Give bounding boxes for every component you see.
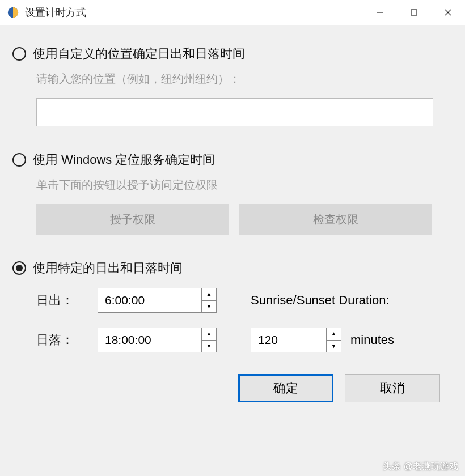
duration-unit: minutes xyxy=(350,333,394,347)
option-label: 使用 Windows 定位服务确定时间 xyxy=(33,151,215,168)
option-label: 使用自定义的位置确定日出和日落时间 xyxy=(33,45,245,62)
spinner-up-icon[interactable]: ▲ xyxy=(202,288,216,301)
titlebar: 设置计时方式 xyxy=(0,0,465,25)
sunset-spinner[interactable]: 18:00:00 ▲ ▼ xyxy=(98,328,217,352)
sunrise-label: 日出： xyxy=(36,292,98,309)
custom-location-block: 请输入您的位置（例如，纽约州纽约）： xyxy=(12,71,453,126)
spinner-down-icon[interactable]: ▼ xyxy=(202,341,216,352)
minimize-button[interactable] xyxy=(363,0,397,25)
fixed-time-block: 日出： 6:00:00 ▲ ▼ Sunrise/Sunset Duration:… xyxy=(12,288,453,352)
app-icon xyxy=(7,6,19,19)
duration-value[interactable]: 120 xyxy=(251,328,326,352)
spinner-up-icon[interactable]: ▲ xyxy=(327,328,341,341)
watermark: 头条 @老燕玩游戏 xyxy=(383,461,458,473)
duration-label: Sunrise/Sunset Duration: xyxy=(251,293,453,308)
dialog-content: 使用自定义的位置确定日出和日落时间 请输入您的位置（例如，纽约州纽约）： 使用 … xyxy=(0,25,465,414)
check-permission-button[interactable]: 检查权限 xyxy=(239,204,432,235)
close-button[interactable] xyxy=(431,0,465,25)
location-input[interactable] xyxy=(36,98,433,126)
spinner-down-icon[interactable]: ▼ xyxy=(327,341,341,352)
sunset-value[interactable]: 18:00:00 xyxy=(98,328,201,352)
svg-rect-2 xyxy=(411,10,417,15)
grant-permission-button[interactable]: 授予权限 xyxy=(36,204,229,235)
maximize-button[interactable] xyxy=(397,0,431,25)
windows-location-block: 单击下面的按钮以授予访问定位权限 授予权限 检查权限 xyxy=(12,177,453,235)
spinner-down-icon[interactable]: ▼ xyxy=(202,301,216,313)
cancel-button[interactable]: 取消 xyxy=(345,374,440,402)
permission-hint: 单击下面的按钮以授予访问定位权限 xyxy=(36,177,453,193)
option-fixed-time[interactable]: 使用特定的日出和日落时间 xyxy=(12,260,453,277)
duration-spinner[interactable]: 120 ▲ ▼ xyxy=(251,328,341,352)
dialog-footer: 确定 取消 xyxy=(12,374,453,402)
radio-windows-location[interactable] xyxy=(12,153,26,167)
spinner-up-icon[interactable]: ▲ xyxy=(202,328,216,341)
sunset-label: 日落： xyxy=(36,332,98,348)
option-label: 使用特定的日出和日落时间 xyxy=(33,260,183,277)
option-windows-location[interactable]: 使用 Windows 定位服务确定时间 xyxy=(12,151,453,168)
location-hint: 请输入您的位置（例如，纽约州纽约）： xyxy=(36,71,453,87)
radio-fixed-time[interactable] xyxy=(12,261,26,275)
window-controls xyxy=(363,0,465,25)
sunrise-spinner[interactable]: 6:00:00 ▲ ▼ xyxy=(98,288,217,313)
ok-button[interactable]: 确定 xyxy=(238,374,333,402)
sunrise-value[interactable]: 6:00:00 xyxy=(98,288,201,312)
window-title: 设置计时方式 xyxy=(25,6,86,19)
radio-custom-location[interactable] xyxy=(12,47,26,61)
option-custom-location[interactable]: 使用自定义的位置确定日出和日落时间 xyxy=(12,45,453,62)
